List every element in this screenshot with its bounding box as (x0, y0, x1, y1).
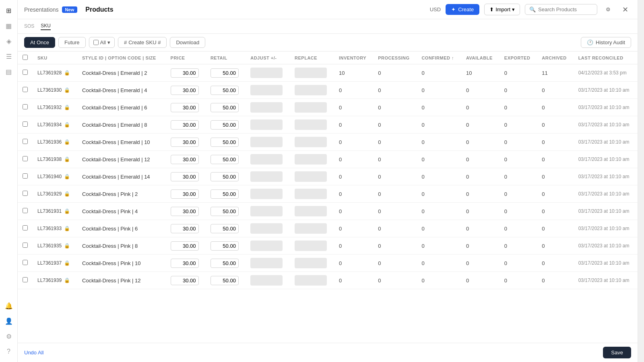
row-checkbox[interactable] (23, 173, 28, 179)
replace-input[interactable] (295, 258, 327, 268)
adjust-input[interactable] (250, 119, 283, 130)
tag-icon[interactable]: ◈ (2, 35, 15, 47)
replace-input[interactable] (295, 275, 327, 286)
retail-input[interactable] (211, 120, 239, 130)
row-checkbox[interactable] (23, 87, 28, 92)
create-sku-button[interactable]: # Create SKU # (118, 37, 167, 48)
price-input[interactable] (171, 120, 199, 130)
save-button[interactable]: Save (603, 347, 631, 358)
replace-input[interactable] (295, 119, 327, 130)
adjust-input[interactable] (250, 223, 283, 234)
list-icon[interactable]: ☰ (2, 50, 15, 63)
retail-input[interactable] (211, 103, 239, 112)
user-icon[interactable]: 👤 (2, 315, 15, 327)
new-badge[interactable]: New (62, 6, 78, 13)
retail-input[interactable] (211, 155, 239, 164)
replace-input[interactable] (295, 189, 327, 199)
replace-input[interactable] (295, 68, 327, 78)
history-audit-button[interactable]: 🕐 History Audit (581, 37, 631, 48)
retail-input[interactable] (211, 241, 239, 251)
style-cell: Cocktail-Dress | Pink | 8 (77, 237, 166, 255)
filter-icon[interactable]: ⚙ (602, 4, 614, 16)
presentations-link[interactable]: Presentations (24, 6, 59, 13)
row-checkbox[interactable] (23, 139, 28, 144)
all-dropdown[interactable]: All ▾ (89, 37, 115, 48)
create-button[interactable]: ✦ Create (446, 4, 479, 15)
retail-input[interactable] (211, 207, 239, 216)
price-input[interactable] (171, 207, 199, 216)
price-input[interactable] (171, 189, 199, 199)
adjust-input[interactable] (250, 241, 283, 251)
retail-input[interactable] (211, 138, 239, 147)
row-checkbox[interactable] (23, 243, 28, 248)
adjust-input[interactable] (250, 68, 283, 78)
row-checkbox[interactable] (23, 121, 28, 127)
retail-input[interactable] (211, 172, 239, 181)
home-icon[interactable]: ⊞ (2, 4, 15, 17)
replace-input[interactable] (295, 85, 327, 95)
price-input[interactable] (171, 259, 199, 268)
price-input[interactable] (171, 224, 199, 233)
row-checkbox[interactable] (23, 260, 28, 265)
adjust-input[interactable] (250, 102, 283, 113)
processing-cell: 0 (373, 99, 417, 116)
replace-input[interactable] (295, 241, 327, 251)
settings-icon[interactable]: ⚙ (2, 330, 15, 343)
row-checkbox[interactable] (23, 208, 28, 213)
tab-at-once[interactable]: At Once (24, 37, 55, 48)
adjust-input[interactable] (250, 85, 283, 95)
adjust-input[interactable] (250, 137, 283, 147)
adjust-input[interactable] (250, 206, 283, 216)
bell-icon[interactable]: 🔔 (2, 299, 15, 312)
grid-icon[interactable]: ▦ (2, 19, 15, 32)
row-checkbox[interactable] (23, 104, 28, 109)
price-input[interactable] (171, 172, 199, 181)
price-input[interactable] (171, 68, 199, 78)
inventory-cell: 0 (334, 237, 373, 255)
undo-all-button[interactable]: Undo All (24, 350, 43, 356)
retail-input[interactable] (211, 276, 239, 285)
download-button[interactable]: Download (170, 37, 205, 48)
tab-future[interactable]: Future (58, 37, 86, 48)
adjust-input[interactable] (250, 171, 283, 182)
help-icon[interactable]: ? (2, 345, 15, 358)
adjust-input[interactable] (250, 275, 283, 286)
adjust-input[interactable] (250, 258, 283, 268)
col-processing: PROCESSING (373, 51, 417, 64)
replace-input[interactable] (295, 102, 327, 113)
retail-input[interactable] (211, 68, 239, 78)
replace-input[interactable] (295, 206, 327, 216)
subnav-item-sku[interactable]: SKU (41, 23, 51, 30)
row-checkbox[interactable] (23, 70, 28, 75)
row-checkbox[interactable] (23, 156, 28, 161)
replace-input[interactable] (295, 171, 327, 182)
adjust-input[interactable] (250, 189, 283, 199)
price-input[interactable] (171, 276, 199, 285)
close-icon[interactable]: ✕ (619, 4, 631, 16)
retail-input[interactable] (211, 86, 239, 95)
retail-input[interactable] (211, 224, 239, 233)
all-checkbox[interactable] (93, 40, 99, 45)
price-input[interactable] (171, 155, 199, 164)
retail-input[interactable] (211, 259, 239, 268)
select-all-checkbox[interactable] (23, 55, 28, 60)
chart-icon[interactable]: ▤ (2, 65, 15, 78)
row-checkbox[interactable] (23, 277, 28, 282)
adjust-input[interactable] (250, 154, 283, 165)
search-box[interactable]: 🔍 (525, 4, 597, 15)
row-checkbox[interactable] (23, 191, 28, 196)
price-input[interactable] (171, 241, 199, 251)
sku-value: LL7361933 (37, 226, 62, 231)
search-input[interactable] (538, 6, 593, 12)
replace-input[interactable] (295, 137, 327, 147)
price-input[interactable] (171, 86, 199, 95)
processing-cell: 0 (373, 168, 417, 185)
replace-input[interactable] (295, 154, 327, 165)
row-checkbox[interactable] (23, 225, 28, 230)
price-input[interactable] (171, 138, 199, 147)
retail-input[interactable] (211, 189, 239, 199)
replace-input[interactable] (295, 223, 327, 234)
subnav-item-sos[interactable]: SOS (24, 23, 34, 30)
price-input[interactable] (171, 103, 199, 112)
import-button[interactable]: ⬆ Import ▾ (484, 4, 520, 15)
